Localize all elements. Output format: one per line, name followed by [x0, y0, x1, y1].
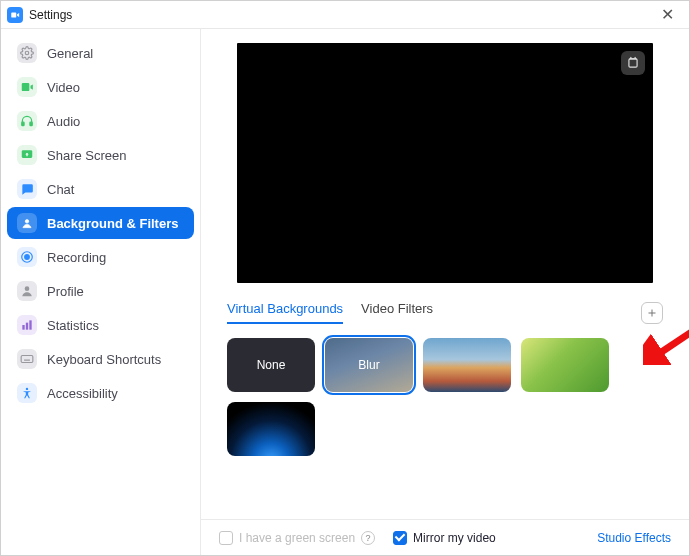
mirror-label: Mirror my video [413, 531, 496, 545]
sidebar-item-label: Profile [47, 284, 84, 299]
sidebar-item-share-screen[interactable]: Share Screen [7, 139, 194, 171]
background-thumbnails: None Blur [201, 324, 689, 470]
recording-icon [17, 247, 37, 267]
checkbox-icon [219, 531, 233, 545]
svg-rect-1 [22, 122, 24, 126]
background-icon [17, 213, 37, 233]
main-panel: Virtual Backgrounds Video Filters None B… [201, 29, 689, 555]
sidebar-item-label: Chat [47, 182, 74, 197]
sidebar-item-label: Audio [47, 114, 80, 129]
sidebar-item-chat[interactable]: Chat [7, 173, 194, 205]
sidebar-item-label: General [47, 46, 93, 61]
svg-point-12 [26, 388, 28, 390]
checkbox-checked-icon [393, 531, 407, 545]
window-title: Settings [29, 8, 72, 22]
sidebar-item-label: Share Screen [47, 148, 127, 163]
gear-icon [17, 43, 37, 63]
sidebar-item-label: Background & Filters [47, 216, 178, 231]
svg-rect-13 [629, 59, 637, 67]
video-preview [237, 43, 653, 283]
titlebar: Settings ✕ [1, 1, 689, 29]
svg-point-0 [25, 51, 29, 55]
tab-video-filters[interactable]: Video Filters [361, 301, 433, 324]
sidebar-item-general[interactable]: General [7, 37, 194, 69]
green-screen-label: I have a green screen [239, 531, 355, 545]
svg-point-7 [25, 286, 30, 291]
chat-icon [17, 179, 37, 199]
sidebar-item-statistics[interactable]: Statistics [7, 309, 194, 341]
tabs-row: Virtual Backgrounds Video Filters [201, 293, 689, 324]
sidebar-item-label: Accessibility [47, 386, 118, 401]
thumb-label: None [257, 358, 286, 372]
video-icon [17, 77, 37, 97]
svg-point-4 [25, 220, 29, 224]
tabs: Virtual Backgrounds Video Filters [227, 301, 433, 324]
thumb-label: Blur [358, 358, 379, 372]
background-earth[interactable] [227, 402, 315, 456]
keyboard-icon [17, 349, 37, 369]
sidebar-item-profile[interactable]: Profile [7, 275, 194, 307]
statistics-icon [17, 315, 37, 335]
preview-area [201, 29, 689, 293]
close-button[interactable]: ✕ [653, 1, 681, 29]
sidebar-item-audio[interactable]: Audio [7, 105, 194, 137]
svg-rect-10 [29, 320, 31, 329]
bottom-bar: I have a green screen ? Mirror my video … [201, 519, 689, 555]
sidebar-item-keyboard-shortcuts[interactable]: Keyboard Shortcuts [7, 343, 194, 375]
green-screen-checkbox[interactable]: I have a green screen ? [219, 531, 375, 545]
rotate-camera-button[interactable] [621, 51, 645, 75]
window-body: General Video Audio Share Screen Chat Ba… [1, 29, 689, 555]
titlebar-left: Settings [7, 7, 72, 23]
add-background-button[interactable] [641, 302, 663, 324]
sidebar-item-background-filters[interactable]: Background & Filters [7, 207, 194, 239]
share-screen-icon [17, 145, 37, 165]
background-grass[interactable] [521, 338, 609, 392]
sidebar-item-accessibility[interactable]: Accessibility [7, 377, 194, 409]
svg-rect-9 [26, 323, 28, 330]
settings-window: Settings ✕ General Video Audio Share Scr… [0, 0, 690, 556]
headphones-icon [17, 111, 37, 131]
profile-icon [17, 281, 37, 301]
zoom-app-icon [7, 7, 23, 23]
sidebar-item-label: Video [47, 80, 80, 95]
background-none[interactable]: None [227, 338, 315, 392]
studio-effects-link[interactable]: Studio Effects [597, 531, 671, 545]
svg-rect-2 [30, 122, 32, 126]
accessibility-icon [17, 383, 37, 403]
background-blur[interactable]: Blur [325, 338, 413, 392]
svg-rect-11 [21, 356, 33, 363]
sidebar-item-label: Statistics [47, 318, 99, 333]
sidebar-item-label: Keyboard Shortcuts [47, 352, 161, 367]
svg-rect-8 [22, 325, 24, 330]
tab-virtual-backgrounds[interactable]: Virtual Backgrounds [227, 301, 343, 324]
background-bridge[interactable] [423, 338, 511, 392]
sidebar-item-label: Recording [47, 250, 106, 265]
sidebar-item-recording[interactable]: Recording [7, 241, 194, 273]
sidebar: General Video Audio Share Screen Chat Ba… [1, 29, 201, 555]
sidebar-item-video[interactable]: Video [7, 71, 194, 103]
svg-point-6 [25, 255, 30, 260]
mirror-video-checkbox[interactable]: Mirror my video [393, 531, 496, 545]
help-icon[interactable]: ? [361, 531, 375, 545]
